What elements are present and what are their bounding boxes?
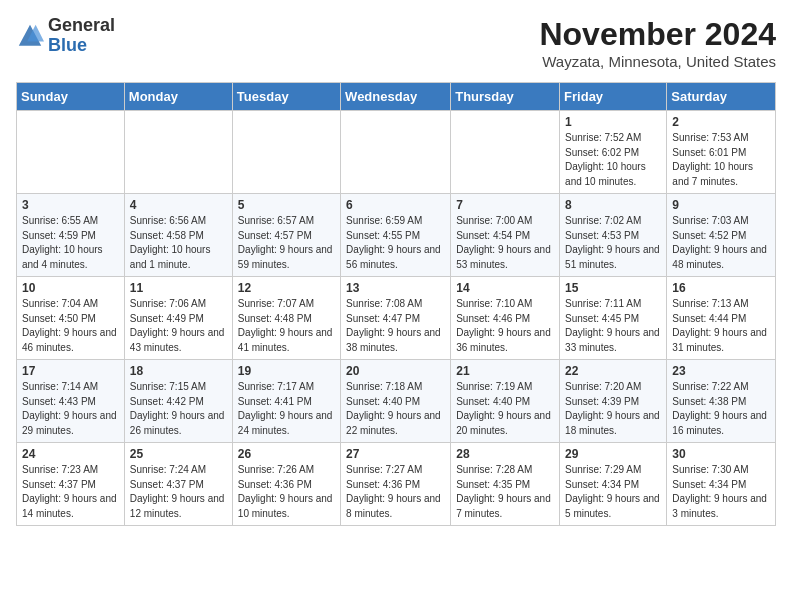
day-number: 21 [456, 364, 554, 378]
logo-icon [16, 22, 44, 50]
calendar-cell: 9Sunrise: 7:03 AM Sunset: 4:52 PM Daylig… [667, 194, 776, 277]
day-number: 29 [565, 447, 661, 461]
calendar-header-wednesday: Wednesday [341, 83, 451, 111]
calendar-cell: 27Sunrise: 7:27 AM Sunset: 4:36 PM Dayli… [341, 443, 451, 526]
calendar-week-row: 24Sunrise: 7:23 AM Sunset: 4:37 PM Dayli… [17, 443, 776, 526]
day-info: Sunrise: 6:56 AM Sunset: 4:58 PM Dayligh… [130, 214, 227, 272]
calendar-cell: 15Sunrise: 7:11 AM Sunset: 4:45 PM Dayli… [560, 277, 667, 360]
day-number: 25 [130, 447, 227, 461]
day-number: 26 [238, 447, 335, 461]
day-info: Sunrise: 7:00 AM Sunset: 4:54 PM Dayligh… [456, 214, 554, 272]
logo-blue: Blue [48, 36, 115, 56]
calendar-cell: 6Sunrise: 6:59 AM Sunset: 4:55 PM Daylig… [341, 194, 451, 277]
page: General Blue November 2024 Wayzata, Minn… [0, 0, 792, 542]
calendar-cell: 1Sunrise: 7:52 AM Sunset: 6:02 PM Daylig… [560, 111, 667, 194]
day-number: 20 [346, 364, 445, 378]
day-info: Sunrise: 7:30 AM Sunset: 4:34 PM Dayligh… [672, 463, 770, 521]
day-number: 6 [346, 198, 445, 212]
header: General Blue November 2024 Wayzata, Minn… [16, 16, 776, 70]
day-info: Sunrise: 7:22 AM Sunset: 4:38 PM Dayligh… [672, 380, 770, 438]
day-info: Sunrise: 7:18 AM Sunset: 4:40 PM Dayligh… [346, 380, 445, 438]
calendar-cell: 2Sunrise: 7:53 AM Sunset: 6:01 PM Daylig… [667, 111, 776, 194]
calendar-cell: 17Sunrise: 7:14 AM Sunset: 4:43 PM Dayli… [17, 360, 125, 443]
calendar-header-sunday: Sunday [17, 83, 125, 111]
calendar-cell: 28Sunrise: 7:28 AM Sunset: 4:35 PM Dayli… [451, 443, 560, 526]
day-number: 23 [672, 364, 770, 378]
day-number: 5 [238, 198, 335, 212]
calendar-cell: 4Sunrise: 6:56 AM Sunset: 4:58 PM Daylig… [124, 194, 232, 277]
day-info: Sunrise: 6:57 AM Sunset: 4:57 PM Dayligh… [238, 214, 335, 272]
month-title: November 2024 [539, 16, 776, 53]
calendar-cell: 19Sunrise: 7:17 AM Sunset: 4:41 PM Dayli… [232, 360, 340, 443]
calendar-cell: 25Sunrise: 7:24 AM Sunset: 4:37 PM Dayli… [124, 443, 232, 526]
day-info: Sunrise: 7:28 AM Sunset: 4:35 PM Dayligh… [456, 463, 554, 521]
day-number: 27 [346, 447, 445, 461]
title-block: November 2024 Wayzata, Minnesota, United… [539, 16, 776, 70]
calendar-cell [341, 111, 451, 194]
calendar-cell: 22Sunrise: 7:20 AM Sunset: 4:39 PM Dayli… [560, 360, 667, 443]
day-number: 13 [346, 281, 445, 295]
calendar-cell: 8Sunrise: 7:02 AM Sunset: 4:53 PM Daylig… [560, 194, 667, 277]
day-number: 2 [672, 115, 770, 129]
calendar-header-monday: Monday [124, 83, 232, 111]
calendar-header-friday: Friday [560, 83, 667, 111]
calendar-header-row: SundayMondayTuesdayWednesdayThursdayFrid… [17, 83, 776, 111]
calendar-cell [124, 111, 232, 194]
day-number: 22 [565, 364, 661, 378]
calendar-cell: 21Sunrise: 7:19 AM Sunset: 4:40 PM Dayli… [451, 360, 560, 443]
logo-text: General Blue [48, 16, 115, 56]
calendar-cell [17, 111, 125, 194]
logo: General Blue [16, 16, 115, 56]
day-info: Sunrise: 7:14 AM Sunset: 4:43 PM Dayligh… [22, 380, 119, 438]
day-number: 18 [130, 364, 227, 378]
day-info: Sunrise: 7:26 AM Sunset: 4:36 PM Dayligh… [238, 463, 335, 521]
calendar-cell [232, 111, 340, 194]
day-number: 28 [456, 447, 554, 461]
calendar-week-row: 17Sunrise: 7:14 AM Sunset: 4:43 PM Dayli… [17, 360, 776, 443]
day-info: Sunrise: 7:13 AM Sunset: 4:44 PM Dayligh… [672, 297, 770, 355]
day-number: 11 [130, 281, 227, 295]
day-info: Sunrise: 7:19 AM Sunset: 4:40 PM Dayligh… [456, 380, 554, 438]
calendar-cell: 5Sunrise: 6:57 AM Sunset: 4:57 PM Daylig… [232, 194, 340, 277]
calendar-week-row: 3Sunrise: 6:55 AM Sunset: 4:59 PM Daylig… [17, 194, 776, 277]
calendar-week-row: 10Sunrise: 7:04 AM Sunset: 4:50 PM Dayli… [17, 277, 776, 360]
calendar-cell: 14Sunrise: 7:10 AM Sunset: 4:46 PM Dayli… [451, 277, 560, 360]
location: Wayzata, Minnesota, United States [539, 53, 776, 70]
day-number: 8 [565, 198, 661, 212]
day-number: 4 [130, 198, 227, 212]
day-number: 24 [22, 447, 119, 461]
calendar-cell: 24Sunrise: 7:23 AM Sunset: 4:37 PM Dayli… [17, 443, 125, 526]
day-info: Sunrise: 7:15 AM Sunset: 4:42 PM Dayligh… [130, 380, 227, 438]
day-info: Sunrise: 7:07 AM Sunset: 4:48 PM Dayligh… [238, 297, 335, 355]
calendar-cell: 20Sunrise: 7:18 AM Sunset: 4:40 PM Dayli… [341, 360, 451, 443]
calendar-header-thursday: Thursday [451, 83, 560, 111]
calendar-cell: 23Sunrise: 7:22 AM Sunset: 4:38 PM Dayli… [667, 360, 776, 443]
day-number: 19 [238, 364, 335, 378]
calendar-cell: 13Sunrise: 7:08 AM Sunset: 4:47 PM Dayli… [341, 277, 451, 360]
day-info: Sunrise: 7:24 AM Sunset: 4:37 PM Dayligh… [130, 463, 227, 521]
day-number: 9 [672, 198, 770, 212]
day-info: Sunrise: 7:11 AM Sunset: 4:45 PM Dayligh… [565, 297, 661, 355]
day-info: Sunrise: 7:10 AM Sunset: 4:46 PM Dayligh… [456, 297, 554, 355]
day-info: Sunrise: 7:17 AM Sunset: 4:41 PM Dayligh… [238, 380, 335, 438]
day-info: Sunrise: 6:59 AM Sunset: 4:55 PM Dayligh… [346, 214, 445, 272]
day-info: Sunrise: 7:04 AM Sunset: 4:50 PM Dayligh… [22, 297, 119, 355]
day-number: 1 [565, 115, 661, 129]
day-info: Sunrise: 7:20 AM Sunset: 4:39 PM Dayligh… [565, 380, 661, 438]
day-number: 15 [565, 281, 661, 295]
calendar-cell: 11Sunrise: 7:06 AM Sunset: 4:49 PM Dayli… [124, 277, 232, 360]
day-info: Sunrise: 7:29 AM Sunset: 4:34 PM Dayligh… [565, 463, 661, 521]
calendar-cell: 30Sunrise: 7:30 AM Sunset: 4:34 PM Dayli… [667, 443, 776, 526]
calendar-header-saturday: Saturday [667, 83, 776, 111]
day-number: 17 [22, 364, 119, 378]
calendar-cell [451, 111, 560, 194]
day-info: Sunrise: 7:53 AM Sunset: 6:01 PM Dayligh… [672, 131, 770, 189]
day-info: Sunrise: 7:52 AM Sunset: 6:02 PM Dayligh… [565, 131, 661, 189]
calendar-cell: 18Sunrise: 7:15 AM Sunset: 4:42 PM Dayli… [124, 360, 232, 443]
day-info: Sunrise: 7:23 AM Sunset: 4:37 PM Dayligh… [22, 463, 119, 521]
day-info: Sunrise: 7:27 AM Sunset: 4:36 PM Dayligh… [346, 463, 445, 521]
day-info: Sunrise: 7:06 AM Sunset: 4:49 PM Dayligh… [130, 297, 227, 355]
calendar-cell: 3Sunrise: 6:55 AM Sunset: 4:59 PM Daylig… [17, 194, 125, 277]
day-info: Sunrise: 7:08 AM Sunset: 4:47 PM Dayligh… [346, 297, 445, 355]
calendar-week-row: 1Sunrise: 7:52 AM Sunset: 6:02 PM Daylig… [17, 111, 776, 194]
